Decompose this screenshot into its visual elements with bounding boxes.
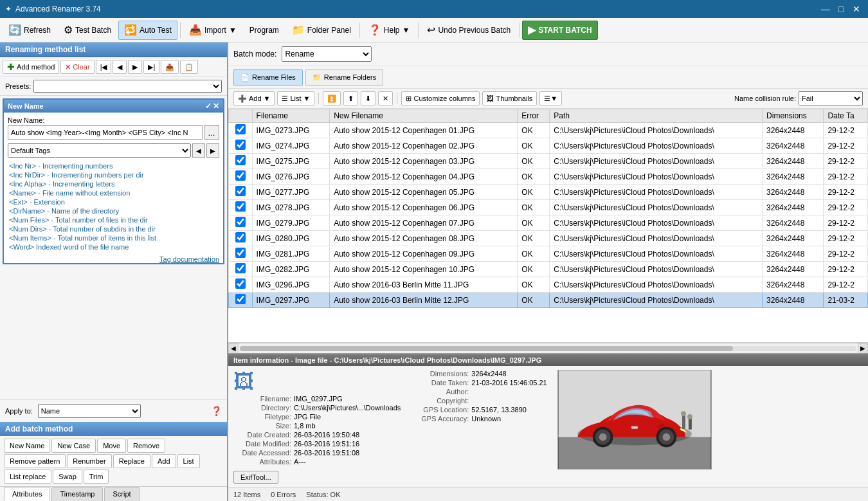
table-row[interactable]: IMG_0296.JPG Auto show 2016-03 Berlin Mi… — [229, 277, 868, 293]
table-row[interactable]: IMG_0276.JPG Auto show 2015-12 Copenhage… — [229, 169, 868, 185]
row-checkbox[interactable] — [235, 232, 246, 242]
row-checkbox[interactable] — [235, 217, 246, 227]
refresh-button[interactable]: 🔄 Refresh — [3, 21, 57, 40]
tag-num-files[interactable]: <Num Files> - Total number of files in t… — [8, 215, 219, 224]
row-checkbox-cell[interactable] — [229, 262, 253, 277]
move-down-btn[interactable]: ⬇ — [361, 91, 375, 105]
row-checkbox-cell[interactable] — [229, 277, 253, 293]
table-row[interactable]: IMG_0277.JPG Auto show 2015-12 Copenhage… — [229, 185, 868, 200]
import-method-button[interactable]: 📋 — [180, 60, 198, 74]
tag-word[interactable]: <Word> Indexed word of the file name — [8, 242, 219, 251]
row-checkbox-cell[interactable] — [229, 246, 253, 262]
customize-columns-button[interactable]: ⊞ Customize columns — [401, 91, 480, 105]
move-top-button[interactable]: |◀ — [96, 60, 112, 74]
tag-ext[interactable]: <Ext> - Extension — [8, 197, 219, 206]
program-button[interactable]: Program — [244, 21, 285, 40]
help-button[interactable]: ❓ Help ▼ — [363, 21, 416, 40]
table-row[interactable]: IMG_0278.JPG Auto show 2015-12 Copenhage… — [229, 200, 868, 215]
row-checkbox-cell[interactable] — [229, 138, 253, 154]
new-name-input[interactable] — [8, 125, 203, 140]
move-bottom-button[interactable]: ▶| — [143, 60, 159, 74]
move-up-button[interactable]: ◀ — [113, 60, 127, 74]
horizontal-scrollbar[interactable]: ◀ ▶ — [228, 343, 868, 353]
apply-to-select[interactable]: Name Extension Name and Extension — [38, 404, 141, 418]
tab-timestamp[interactable]: Timestamp — [51, 487, 103, 501]
row-checkbox[interactable] — [235, 124, 246, 134]
replace-batch-btn[interactable]: Replace — [113, 454, 150, 468]
move-up-button[interactable]: ⬆ — [343, 91, 358, 105]
row-checkbox[interactable] — [235, 294, 246, 304]
move-down-button[interactable]: ▶ — [128, 60, 142, 74]
exiftool-button[interactable]: ExifTool... — [233, 471, 278, 484]
table-row[interactable]: IMG_0275.JPG Auto show 2015-12 Copenhage… — [229, 154, 868, 169]
list-batch-btn[interactable]: List — [177, 454, 200, 468]
import-button[interactable]: 📥 Import ▼ — [183, 21, 242, 40]
help-circle-icon[interactable]: ❓ — [211, 406, 222, 416]
trim-batch-btn[interactable]: Trim — [84, 469, 109, 484]
row-checkbox-cell[interactable] — [229, 185, 253, 200]
thumbnails-button[interactable]: 🖼 Thumbnails — [482, 91, 537, 105]
close-box-icon[interactable]: ✕ — [213, 102, 219, 111]
presets-select[interactable] — [33, 80, 222, 93]
scroll-track[interactable] — [240, 346, 856, 351]
table-row[interactable]: IMG_0297.JPG Auto show 2016-03 Berlin Mi… — [229, 293, 868, 308]
tag-dropdown[interactable]: Default Tags — [8, 143, 191, 158]
rename-files-tab[interactable]: 📄 Rename Files — [233, 69, 303, 86]
list-replace-batch-btn[interactable]: List replace — [4, 469, 51, 484]
remove-pattern-batch-btn[interactable]: Remove pattern — [4, 454, 66, 468]
export-button[interactable]: 📤 — [161, 60, 179, 74]
tag-documentation-link[interactable]: Tag documentation — [159, 255, 219, 263]
maximize-button[interactable]: □ — [835, 3, 847, 15]
test-batch-button[interactable]: ⚙ Test Batch — [58, 21, 117, 40]
tag-inc-nr[interactable]: <Inc Nr> - Incrementing numbers — [8, 161, 219, 170]
name-collision-select[interactable]: Fail Skip Overwrite Append — [799, 91, 863, 105]
list-view-button[interactable]: ☰ List ▼ — [277, 91, 314, 105]
add-batch-btn[interactable]: Add — [152, 454, 176, 468]
view-options-button[interactable]: ☰▼ — [539, 91, 562, 105]
scroll-left-arrow[interactable]: ◀ — [228, 343, 239, 354]
table-row[interactable]: IMG_0274.JPG Auto show 2015-12 Copenhage… — [229, 138, 868, 154]
new-name-more-button[interactable]: ... — [204, 125, 219, 140]
row-checkbox-cell[interactable] — [229, 154, 253, 169]
auto-test-button[interactable]: 🔁 Auto Test — [118, 21, 177, 40]
tab-script[interactable]: Script — [104, 487, 139, 501]
row-checkbox[interactable] — [235, 248, 246, 258]
col-new-filename[interactable]: New Filename — [330, 109, 518, 123]
undo-button[interactable]: ↩ Undo Previous Batch — [421, 21, 516, 40]
add-method-button[interactable]: ✚ Add method — [3, 60, 59, 74]
scroll-right-arrow[interactable]: ▶ — [858, 343, 868, 354]
tag-nav-left[interactable]: ◀ — [192, 143, 205, 158]
row-checkbox-cell[interactable] — [229, 215, 253, 231]
tag-name[interactable]: <Name> - File name without extension — [8, 188, 219, 197]
folder-panel-button[interactable]: 📁 Folder Panel — [286, 21, 357, 40]
rename-folders-tab[interactable]: 📁 Rename Folders — [305, 69, 383, 86]
table-row[interactable]: IMG_0280.JPG Auto show 2015-12 Copenhage… — [229, 231, 868, 246]
tag-inc-alpha[interactable]: <Inc Alpha> - Incrementing letters — [8, 179, 219, 188]
new-name-batch-btn[interactable]: New Name — [4, 439, 50, 453]
row-checkbox-cell[interactable] — [229, 231, 253, 246]
row-checkbox-cell[interactable] — [229, 169, 253, 185]
move-batch-btn[interactable]: Move — [97, 439, 126, 453]
check-icon[interactable]: ✓ — [205, 102, 212, 111]
row-checkbox[interactable] — [235, 263, 246, 273]
new-case-batch-btn[interactable]: New Case — [51, 439, 96, 453]
row-checkbox[interactable] — [235, 170, 246, 181]
row-checkbox-cell[interactable] — [229, 293, 253, 308]
tag-inc-nrdir[interactable]: <Inc NrDir> - Incrementing numbers per d… — [8, 170, 219, 179]
tag-num-items[interactable]: <Num Items> - Total number of items in t… — [8, 233, 219, 242]
add-files-button[interactable]: ➕ Add ▼ — [233, 91, 275, 105]
table-row[interactable]: IMG_0282.JPG Auto show 2015-12 Copenhage… — [229, 262, 868, 277]
remove-button[interactable]: ✕ — [378, 91, 393, 105]
table-row[interactable]: IMG_0281.JPG Auto show 2015-12 Copenhage… — [229, 246, 868, 262]
row-checkbox-cell[interactable] — [229, 123, 253, 138]
row-checkbox-cell[interactable] — [229, 200, 253, 215]
tag-num-dirs[interactable]: <Num Dirs> - Total number of subdirs in … — [8, 224, 219, 233]
col-date[interactable]: Date Ta — [824, 109, 868, 123]
tag-nav-right[interactable]: ▶ — [206, 143, 219, 158]
col-error[interactable]: Error — [518, 109, 550, 123]
row-checkbox[interactable] — [235, 140, 246, 150]
col-dimensions[interactable]: Dimensions — [763, 109, 824, 123]
clear-button[interactable]: ✕ Clear — [60, 60, 94, 74]
file-table-container[interactable]: Filename New Filename Error Path Dimensi… — [228, 109, 868, 343]
swap-batch-btn[interactable]: Swap — [53, 469, 82, 484]
